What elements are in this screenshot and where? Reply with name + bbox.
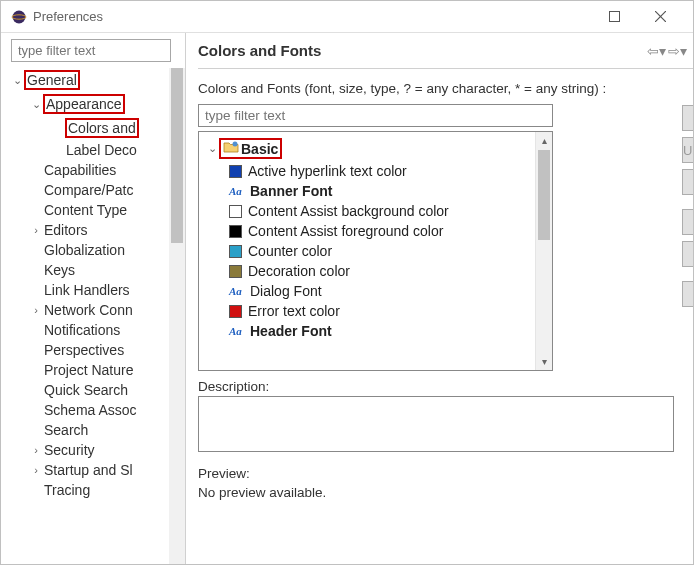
list-category[interactable]: ⌄Basic [203,136,552,161]
color-swatch [229,225,242,238]
tree-item-label: Keys [43,262,76,278]
tree-item[interactable]: ⌄General [7,68,168,92]
edit-button[interactable]: Edit... [682,105,693,131]
tree-item[interactable]: Project Nature [7,360,168,380]
tree-item[interactable]: Perspectives [7,340,168,360]
list-item-label: Dialog Font [250,283,322,299]
use-system-font-button[interactable]: Use System Fon [682,137,693,163]
scrollbar-thumb[interactable] [171,68,183,243]
list-item[interactable]: AaBanner Font [203,181,552,201]
list-item[interactable]: Error text color [203,301,552,321]
scroll-up-button[interactable]: ▴ [536,132,552,149]
list-item[interactable]: Content Assist foreground color [203,221,552,241]
reset-button[interactable]: Reset [682,169,693,195]
svg-point-5 [233,142,238,147]
tree-item[interactable]: Link Handlers [7,280,168,300]
close-button[interactable] [637,2,683,32]
list-item[interactable]: Content Assist background color [203,201,552,221]
tree-item-label: General [24,70,80,90]
tree-item[interactable]: Label Deco [7,140,168,160]
tree-item[interactable]: Keys [7,260,168,280]
preview-label: Preview: [198,466,674,481]
color-swatch [229,205,242,218]
tree-item-label: Security [43,442,96,458]
nav-arrows: ⇦▾ ⇨▾ [647,43,687,59]
tree-item-label: Link Handlers [43,282,131,298]
list-item-label: Banner Font [250,183,332,199]
font-icon: Aa [229,325,244,337]
list-item-label: Counter color [248,243,332,259]
tree-scrollbar[interactable] [169,68,185,565]
forward-button[interactable]: ⇨▾ [668,43,687,59]
page-subtitle: Colors and Fonts (font, size, type, ? = … [198,69,693,104]
list-item[interactable]: AaHeader Font [203,321,552,341]
list-item-label: Content Assist background color [248,203,449,219]
list-category-label: Basic [241,141,278,157]
scroll-down-button[interactable]: ▾ [536,353,552,370]
tree-item-label: Colors and [65,118,139,138]
back-button[interactable]: ⇦▾ [647,43,666,59]
list-item[interactable]: Counter color [203,241,552,261]
tree-item[interactable]: ›Startup and Sl [7,460,168,480]
expand-arrow-icon[interactable]: › [29,304,43,316]
tree-item-label: Quick Search [43,382,129,398]
tree-item[interactable]: Quick Search [7,380,168,400]
expand-arrow-icon[interactable]: › [29,464,43,476]
tree-item-label: Compare/Patc [43,182,134,198]
list-item-label: Decoration color [248,263,350,279]
description-box [198,396,674,452]
tree-item-label: Editors [43,222,89,238]
expand-arrow-icon[interactable]: › [29,444,43,456]
tree-item-label: Notifications [43,322,121,338]
edit-default-button[interactable]: Edit Default... [682,209,693,235]
list-item[interactable]: AaDialog Font [203,281,552,301]
tree-item[interactable]: Capabilities [7,160,168,180]
maximize-button[interactable] [591,2,637,32]
svg-point-0 [13,10,26,23]
tree-item-label: Globalization [43,242,126,258]
tree-filter-input[interactable] [11,39,171,62]
description-label: Description: [198,379,674,394]
tree-item[interactable]: Search [7,420,168,440]
expand-arrow-icon[interactable]: › [29,224,43,236]
list-item[interactable]: Active hyperlink text color [203,161,552,181]
expand-all-button[interactable]: Expand All [682,281,693,307]
page-title: Colors and Fonts [198,42,647,59]
list-filter-input[interactable] [198,104,553,127]
expand-arrow-icon[interactable]: ⌄ [205,142,219,155]
folder-icon [223,140,239,157]
tree-item[interactable]: Colors and [7,116,168,140]
list-item-label: Error text color [248,303,340,319]
tree-item[interactable]: ›Network Conn [7,300,168,320]
colors-fonts-list[interactable]: ⌄BasicActive hyperlink text colorAaBanne… [198,131,553,371]
tree-item-label: Capabilities [43,162,117,178]
list-item-label: Header Font [250,323,332,339]
tree-item[interactable]: ›Security [7,440,168,460]
tree-item[interactable]: Schema Assoc [7,400,168,420]
tree-item[interactable]: Tracing [7,480,168,500]
go-to-default-button[interactable]: Go to Default [682,241,693,267]
scrollbar-thumb[interactable] [538,150,550,240]
color-swatch [229,265,242,278]
tree-item[interactable]: Compare/Patc [7,180,168,200]
list-item-label: Content Assist foreground color [248,223,443,239]
expand-arrow-icon[interactable]: ⌄ [10,74,24,87]
svg-rect-2 [609,12,619,22]
tree-item-label: Perspectives [43,342,125,358]
preferences-tree[interactable]: ⌄General⌄AppearanceColors andLabel DecoC… [7,68,185,565]
tree-item-label: Schema Assoc [43,402,138,418]
list-scrollbar[interactable]: ▴ ▾ [535,132,552,370]
list-item-label: Active hyperlink text color [248,163,407,179]
expand-arrow-icon[interactable]: ⌄ [29,98,43,111]
font-icon: Aa [229,185,244,197]
eclipse-icon [11,9,27,25]
tree-item[interactable]: ›Editors [7,220,168,240]
color-swatch [229,305,242,318]
tree-item[interactable]: Globalization [7,240,168,260]
tree-item[interactable]: Content Type [7,200,168,220]
tree-item[interactable]: ⌄Appearance [7,92,168,116]
tree-item[interactable]: Notifications [7,320,168,340]
tree-item-label: Content Type [43,202,128,218]
list-item[interactable]: Decoration color [203,261,552,281]
tree-item-label: Network Conn [43,302,134,318]
